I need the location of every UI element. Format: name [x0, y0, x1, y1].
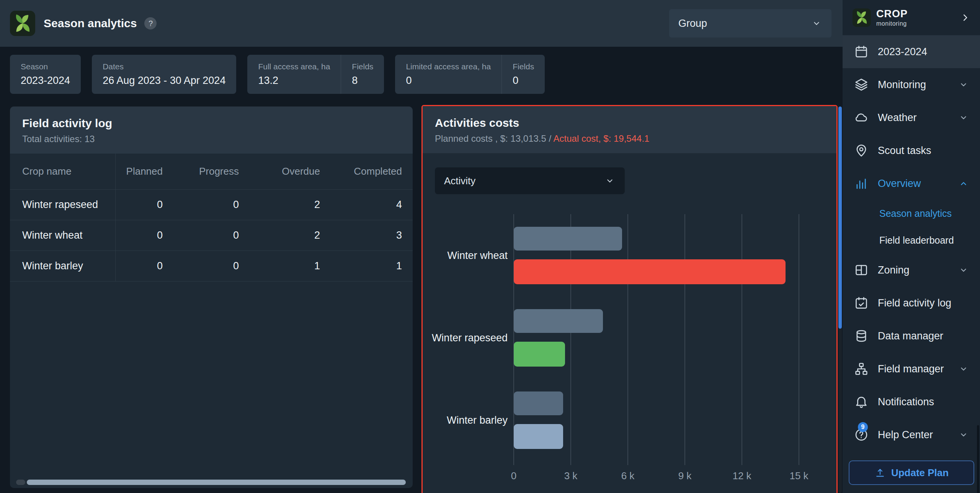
collapse-sidebar-icon[interactable] [959, 11, 972, 24]
sidebar-item-label: Help Center [878, 429, 933, 441]
dates-chip-value: 26 Aug 2023 - 30 Apr 2024 [103, 75, 225, 87]
calendar-check-icon [854, 296, 869, 310]
full-access-fields-segment: Fields 8 [341, 55, 384, 94]
costs-subtitle: Planned costs , $: 13,013.5 / Actual cos… [435, 133, 824, 144]
overdue-cell: 1 [250, 251, 331, 281]
column-completed[interactable]: Completed [331, 154, 413, 189]
limited-access-label: Limited access area, ha [406, 62, 491, 71]
limited-access-fields-segment: Fields 0 [501, 55, 545, 94]
crop-logo-icon [853, 8, 871, 27]
bar-chart-icon [854, 176, 869, 191]
sidebar-item-label: Field manager [878, 363, 944, 375]
brand-subtitle: monitoring [876, 21, 908, 27]
completed-cell: 3 [331, 220, 413, 251]
bar-planned-costs-winter-wheat[interactable] [514, 227, 622, 251]
sidebar-item-monitoring[interactable]: Monitoring [843, 68, 980, 101]
bar-planned-costs-winter-barley[interactable] [514, 391, 563, 415]
sidebar-item-weather[interactable]: Weather [843, 101, 980, 134]
chevron-down-icon [958, 112, 969, 123]
sidebar-item-field-leaderboard[interactable]: Field leaderboard [843, 227, 980, 254]
category-label: Winter wheat [423, 227, 508, 284]
horizontal-scrollbar-thumb[interactable] [27, 480, 406, 485]
field-activity-log-title: Field activity log [22, 117, 400, 130]
horizontal-scrollbar[interactable] [16, 480, 407, 485]
sidebar-item-zoning[interactable]: Zoning [843, 254, 980, 287]
chevron-down-icon [811, 18, 822, 29]
sidebar-scrollbar[interactable] [977, 425, 979, 493]
chevron-down-icon [958, 79, 969, 90]
limited-access-area-segment: Limited access area, ha 0 [395, 55, 501, 94]
bar-pair [514, 391, 799, 449]
bar-actual-cost-winter-barley[interactable] [514, 424, 563, 449]
group-dropdown[interactable]: Group [669, 9, 831, 38]
field-activity-log-header: Field activity log Total activities: 13 [10, 106, 413, 154]
limited-access-chip: Limited access area, ha 0 Fields 0 [395, 55, 545, 94]
table-header-row: Crop name Planned Progress Overdue Compl… [10, 154, 413, 190]
vertical-scrollbar-thumb[interactable] [838, 106, 842, 329]
layers-icon [854, 77, 869, 92]
zoning-grid-icon [854, 263, 869, 277]
chart-bars: Winter wheatWinter rapeseedWinter barley [423, 214, 799, 465]
sidebar-item-label: Monitoring [878, 79, 926, 91]
upload-icon [874, 467, 886, 478]
bar-actual-cost-winter-rapeseed[interactable] [514, 342, 565, 367]
bell-icon [854, 395, 869, 409]
x-tick-label: 12 k [732, 470, 751, 482]
limited-access-fields-value: 0 [513, 75, 534, 87]
bar-planned-costs-winter-rapeseed[interactable] [514, 309, 603, 333]
sidebar-item-label: Zoning [878, 264, 910, 276]
sidebar-item-season[interactable]: 2023-2024 [843, 35, 980, 68]
sidebar-item-label: Weather [878, 112, 917, 124]
dates-chip: Dates 26 Aug 2023 - 30 Apr 2024 [92, 55, 236, 94]
chevron-down-icon [604, 175, 616, 187]
activity-dropdown-label: Activity [444, 175, 475, 187]
chart-group: Winter rapeseed [423, 309, 799, 367]
bar-actual-cost-winter-wheat[interactable] [514, 259, 786, 284]
sidebar-item-overview[interactable]: Overview [843, 167, 980, 200]
sidebar-item-field-activity-log[interactable]: Field activity log [843, 287, 980, 319]
column-progress[interactable]: Progress [173, 154, 250, 189]
sub-item-label: Season analytics [879, 208, 952, 219]
planned-cell: 0 [116, 251, 173, 281]
chevron-down-icon [958, 429, 969, 441]
sidebar-item-notifications[interactable]: Notifications [843, 385, 980, 418]
sub-item-label: Field leaderboard [879, 235, 954, 246]
column-overdue[interactable]: Overdue [250, 154, 331, 189]
activity-dropdown[interactable]: Activity [435, 167, 625, 194]
sidebar-item-field-manager[interactable]: Field manager [843, 352, 980, 385]
top-header: Season analytics ? Group [0, 0, 843, 47]
full-access-chip: Full access area, ha 13.2 Fields 8 [247, 55, 384, 94]
table-row[interactable]: Winter rapeseed 0 0 2 4 [10, 190, 413, 220]
table-row[interactable]: Winter barley 0 0 1 1 [10, 251, 413, 282]
main-area: Season analytics ? Group Season 2023-202… [0, 0, 843, 493]
update-plan-button[interactable]: Update Plan [849, 460, 974, 485]
sidebar-item-season-analytics[interactable]: Season analytics [843, 200, 980, 227]
notification-badge: 9 [858, 422, 868, 432]
database-icon [854, 329, 869, 343]
help-circle-icon: 9 [854, 427, 869, 442]
bar-pair [514, 309, 799, 367]
planned-costs-text: Planned costs , $: 13,013.5 / [435, 133, 554, 144]
column-crop-name[interactable]: Crop name [10, 154, 116, 189]
sidebar-item-data-manager[interactable]: Data manager [843, 319, 980, 352]
brand-name: CROP monitoring [876, 9, 908, 27]
sidebar-item-label: 2023-2024 [878, 46, 927, 58]
completed-cell: 1 [331, 251, 413, 281]
x-tick-label: 0 [511, 470, 516, 482]
vertical-scrollbar[interactable] [838, 106, 842, 493]
help-icon[interactable]: ? [144, 17, 157, 29]
sidebar-item-scout-tasks[interactable]: Scout tasks [843, 134, 980, 167]
sidebar-item-help-center[interactable]: 9 Help Center [843, 418, 980, 451]
bar-pair [514, 227, 799, 284]
sidebar-logo: CROP monitoring [843, 0, 980, 35]
crop-monitoring-app: Season analytics ? Group Season 2023-202… [0, 0, 980, 493]
x-tick-label: 15 k [789, 470, 808, 482]
season-chip: Season 2023-2024 [10, 55, 81, 94]
group-dropdown-label: Group [678, 18, 707, 29]
limited-access-fields-label: Fields [513, 62, 534, 71]
column-planned[interactable]: Planned [116, 154, 173, 189]
dates-chip-label: Dates [103, 62, 225, 71]
sidebar-item-label: Notifications [878, 396, 934, 408]
table-row[interactable]: Winter wheat 0 0 2 3 [10, 220, 413, 251]
total-activities: Total activities: 13 [22, 134, 400, 144]
